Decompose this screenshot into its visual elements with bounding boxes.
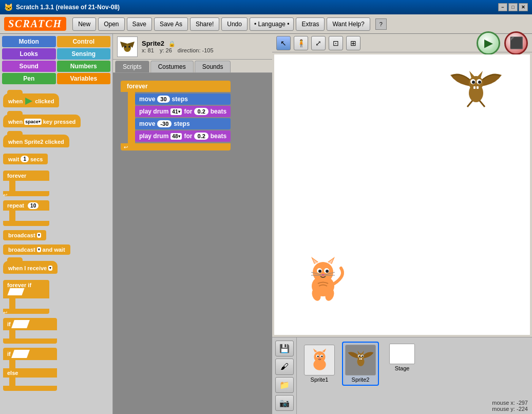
svg-line-33 [480, 101, 485, 107]
new-sprite-icon: 💾 [279, 344, 290, 353]
paint-sprite-button[interactable]: 🖌 [275, 359, 294, 374]
category-pen[interactable]: Pen [2, 73, 56, 84]
grow-icon: ⊞ [350, 39, 356, 47]
svg-point-35 [314, 351, 325, 362]
broadcast-block[interactable]: broadcast [3, 230, 46, 240]
when-space-block[interactable]: when space key pressed [3, 115, 81, 127]
receive-dropdown[interactable] [48, 266, 52, 271]
new-sprite-button[interactable]: 💾 [275, 341, 294, 356]
share-button[interactable]: Share! [190, 17, 219, 31]
stop-icon: ⬛ [509, 36, 523, 50]
help-button[interactable]: Want Help? [327, 17, 370, 31]
when-space-when: when [8, 119, 23, 125]
svg-rect-52 [361, 358, 362, 360]
save-as-button[interactable]: Save As [154, 17, 188, 31]
scripting-area[interactable]: forever move 30 steps play drum 41 [113, 73, 272, 414]
blocks-list: when clicked when space key pressed when [0, 86, 112, 414]
sprite-item-sprite1[interactable]: Sprite1 [301, 342, 338, 386]
forever-c-inner: move 30 steps play drum 41 for 0.2 beats [128, 92, 231, 143]
move1-value[interactable]: 30 [157, 96, 169, 103]
drum1-block[interactable]: play drum 41 for 0.2 beats [135, 106, 231, 117]
sprite-item-sprite2[interactable]: Sprite2 [342, 342, 379, 386]
if-label: if [7, 321, 11, 327]
playback-controls: ▶ ⬛ [477, 31, 528, 55]
close-button[interactable]: ✕ [519, 3, 528, 11]
svg-rect-31 [477, 86, 479, 89]
svg-point-6 [313, 262, 333, 283]
drum2-beats-value[interactable]: 0.2 [194, 133, 208, 140]
broadcast-wait-block[interactable]: broadcast and wait [3, 244, 70, 255]
forever-if-block[interactable]: forever if ↩ [3, 280, 49, 314]
svg-point-50 [362, 355, 363, 357]
broadcast2-dropdown[interactable] [37, 247, 41, 252]
resize-tool[interactable]: ⤢ [311, 36, 326, 50]
undo-button[interactable]: Undo [221, 17, 248, 31]
maximize-button[interactable]: □ [508, 3, 518, 11]
category-looks[interactable]: Looks [2, 48, 56, 60]
if-else-block[interactable]: if else [3, 348, 57, 391]
shrink-tool[interactable]: ⊡ [329, 36, 343, 50]
repeat-block[interactable]: repeat 10 [3, 200, 49, 226]
category-motion[interactable]: Motion [2, 36, 56, 47]
move2-block[interactable]: move -30 steps [135, 118, 231, 129]
tab-costumes[interactable]: Costumes [150, 61, 194, 72]
cursor-tool[interactable]: ↖ [276, 36, 291, 50]
repeat-value[interactable]: 10 [28, 202, 39, 209]
stop-button[interactable]: ⬛ [504, 31, 528, 55]
bat-sprite [448, 65, 504, 116]
category-numbers[interactable]: Numbers [57, 61, 111, 72]
drum2-dropdown[interactable]: 48 [170, 133, 182, 140]
category-sound[interactable]: Sound [2, 61, 56, 72]
drum1-dropdown[interactable]: 41 [170, 108, 182, 115]
when-receive-block[interactable]: when I receive [3, 261, 58, 274]
move2-steps: steps [174, 120, 189, 127]
mouse-x-label: mouse x: [492, 400, 515, 406]
new-button[interactable]: New [72, 17, 96, 31]
main-area: Motion Control Looks Sensing Sound Numbe… [0, 34, 532, 414]
broadcast2-label: broadcast [8, 247, 35, 253]
if-block[interactable]: if [3, 318, 57, 344]
person-tool[interactable]: 🧍 [294, 36, 308, 50]
space-dropdown[interactable]: space [24, 119, 42, 125]
drum2-block[interactable]: play drum 48 for 0.2 beats [135, 130, 231, 142]
sprite-coordinates: x: 81 y: 26 direction: -105 [142, 47, 214, 53]
when-clicked-block[interactable]: when clicked [3, 93, 59, 107]
wait-value[interactable]: 1 [21, 156, 29, 162]
stage-label: Stage [395, 365, 410, 371]
category-variables[interactable]: Variables [57, 73, 111, 84]
minimize-button[interactable]: − [498, 3, 507, 11]
green-flag-button[interactable]: ▶ [477, 31, 500, 55]
grow-tool[interactable]: ⊞ [346, 36, 360, 50]
svg-point-13 [318, 270, 321, 273]
svg-point-42 [318, 357, 320, 359]
forever-block[interactable]: forever ↩ [3, 171, 49, 196]
folder-sprite-button[interactable]: 📁 [275, 377, 294, 393]
drum1-beats-value[interactable]: 0.2 [194, 108, 208, 115]
category-control[interactable]: Control [57, 36, 111, 47]
green-flag-icon: ▶ [484, 36, 493, 50]
broadcast-dropdown[interactable] [37, 233, 41, 238]
extras-button[interactable]: Extras [296, 17, 325, 31]
drum2-beats-label: beats [211, 133, 226, 140]
stage-toolbar: ↖ 🧍 ⤢ ⊡ ⊞ ▶ ⬛ [272, 34, 532, 52]
save-button[interactable]: Save [127, 17, 152, 31]
category-sensing[interactable]: Sensing [57, 48, 111, 60]
move2-value[interactable]: -30 [157, 120, 172, 127]
if-else-inner [9, 360, 57, 368]
when-sprite2-block[interactable]: when Sprite2 clicked [3, 135, 69, 147]
move1-block[interactable]: move 30 steps [135, 93, 231, 105]
drum2-label: play drum [139, 133, 168, 140]
svg-point-29 [478, 81, 481, 84]
camera-sprite-button[interactable]: 📷 [275, 395, 294, 411]
if-inner [9, 330, 57, 338]
tab-sounds[interactable]: Sounds [195, 61, 231, 72]
open-button[interactable]: Open [98, 17, 124, 31]
wait-block[interactable]: wait 1 secs [3, 154, 48, 164]
sprite-y: y: 26 [160, 47, 172, 53]
tab-scripts[interactable]: Scripts [115, 61, 149, 72]
forever-top: forever [3, 171, 49, 181]
svg-point-41 [321, 355, 322, 357]
language-button[interactable]: • Language • [250, 17, 294, 31]
cursor-icon: ↖ [280, 39, 287, 47]
stage-item[interactable]: Stage [387, 342, 417, 373]
